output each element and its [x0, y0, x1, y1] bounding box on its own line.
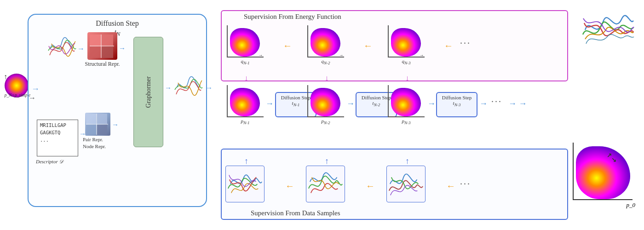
arrow-protein1-protein2: ←: [285, 181, 294, 191]
svg-rect-3: [102, 46, 113, 58]
arrow-pN3-diffN3: →: [427, 99, 436, 109]
output-tangle: [172, 71, 205, 104]
arrow-qN1-pN1-down: ↓: [244, 74, 248, 83]
right-final-chart: ↗ ↘ p_0: [573, 143, 637, 207]
protein-svg-3: [387, 166, 425, 202]
arrow-graph-out: →: [165, 84, 172, 92]
structural-repr-label: Structural Repr.: [80, 61, 124, 68]
arrow-pN1-diffN1: →: [265, 99, 274, 109]
struct-repr-svg: [89, 34, 116, 59]
descriptor-box: MRIILLGAPGAGKGTQ...: [37, 120, 78, 156]
heatmap-label-pN3: pN-3: [402, 118, 410, 125]
protein-thumb-1: [225, 166, 264, 202]
arrow-data-pN3-up: ↑: [405, 156, 409, 166]
diff-step-N3-box: Diffusion Step tN-3: [436, 92, 477, 117]
heatmap-qN2: → qN-2: [307, 25, 344, 65]
arrow-data-pN2-up: ↑: [325, 156, 329, 166]
arrow-pair-graph: →: [112, 121, 119, 129]
graphormer-label: Graphormer: [145, 76, 152, 108]
arrow-data-pN1-up: ↑: [244, 156, 248, 166]
svg-rect-9: [97, 125, 107, 135]
pair-repr-label: Pair Repr.: [83, 137, 103, 142]
input-tangle: [46, 32, 78, 64]
structural-repr-box: [87, 32, 117, 60]
arrow-flow-to-output: → →: [508, 99, 527, 109]
energy-box-label: Supervision From Energy Function: [244, 13, 341, 21]
graphormer-box: Graphormer: [133, 37, 163, 147]
descriptor-label: Descriptor 𝒟: [36, 159, 63, 165]
right-chart-arrow2: ↘: [611, 156, 616, 164]
node-repr-label: Node Repr.: [83, 144, 106, 149]
p0-label: p_0: [573, 201, 635, 209]
arrow-qN1-qN2: ←: [283, 40, 292, 51]
heatmap-label-qN1: qN-1: [241, 58, 249, 65]
right-chart-axes: ↗ ↘: [573, 143, 632, 200]
heatmap-chart-qN3: →: [388, 25, 425, 58]
dots-middle: ...: [491, 94, 502, 104]
heatmap-chart-pN3: [388, 85, 425, 117]
svg-rect-6: [86, 114, 96, 124]
heatmap-label-qN2: qN-2: [321, 58, 330, 65]
tangle-svg: [46, 32, 78, 64]
arrow-out-flow: →: [206, 84, 213, 92]
protein-thumb-2: [306, 166, 345, 202]
arrow-qN3-pN3-down: ↓: [405, 74, 409, 83]
right-protein-structure: [581, 7, 636, 53]
heatmap-qN3: → qN-3: [388, 25, 425, 65]
arrow-diffN3-dots-mid: →: [479, 99, 488, 109]
heatmap-label-pN1: pN-1: [241, 118, 249, 125]
data-box-label: Supervision From Data Samples: [251, 209, 340, 217]
pair-repr-box: [85, 113, 110, 136]
diff-step-N3-title: Diffusion Step: [441, 95, 473, 100]
arrow-protein3-dots: ←: [446, 181, 455, 191]
svg-rect-2: [102, 34, 113, 46]
right-protein-svg: [581, 7, 636, 53]
arrow-qN2-qN3: ←: [363, 40, 373, 51]
svg-rect-1: [90, 46, 101, 58]
heatmap-pN2: pN-2: [307, 85, 344, 125]
heatmap-pN1: pN-1: [227, 85, 264, 125]
p-simple-label: p_N=p_simple: [4, 93, 31, 98]
pair-repr-svg: [85, 113, 110, 136]
heatmap-label-qN3: qN-3: [402, 58, 410, 65]
heatmap-chart-qN2: →: [307, 25, 344, 58]
svg-rect-0: [90, 34, 101, 46]
output-tangle-svg: [172, 71, 205, 104]
protein-svg-1: [226, 166, 264, 202]
arrow-protein2-protein3: ←: [366, 181, 375, 191]
dots-top: ...: [460, 35, 471, 46]
svg-rect-8: [97, 114, 107, 124]
heatmap-chart-qN1: →: [227, 25, 264, 58]
protein-svg-2: [306, 166, 345, 202]
arrow-struct-graph: →: [119, 45, 126, 52]
heatmap-chart-pN2: [307, 85, 344, 117]
diff-step-N3-t: tN-3: [441, 100, 473, 107]
svg-rect-7: [86, 125, 96, 135]
protein-thumb-3: [386, 166, 426, 202]
diagram-container: ↑ → p_N=p_simple → Diffusion Step tN →: [0, 0, 644, 230]
arrow-tangle-struct: →: [77, 45, 85, 53]
heatmap-pN3: pN-3: [388, 85, 425, 125]
descriptor-text: MRIILLGAPGAGKGTQ...: [40, 122, 75, 144]
arrow-qN2-pN2-down: ↓: [325, 74, 329, 83]
heatmap-label-pN2: pN-2: [321, 118, 330, 125]
dots-bottom: ...: [460, 176, 471, 187]
right-chart-blob: [576, 146, 630, 199]
arrow-pN2-diffN2: →: [346, 99, 355, 109]
heatmap-chart-pN1: [227, 85, 264, 117]
arrow-qN3-dots: ←: [444, 40, 453, 51]
heatmap-qN1: → qN-1: [227, 25, 264, 65]
